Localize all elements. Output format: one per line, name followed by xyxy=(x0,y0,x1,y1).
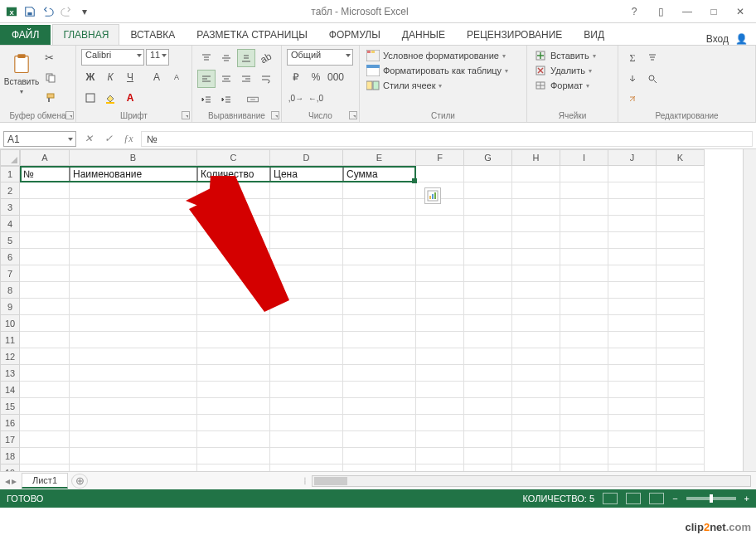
cell[interactable] xyxy=(20,365,70,382)
cell[interactable] xyxy=(464,199,512,216)
cell[interactable] xyxy=(343,199,416,216)
cell[interactable] xyxy=(197,382,270,398)
row-header[interactable]: 18 xyxy=(0,448,20,464)
insert-cells-button[interactable]: Вставить▾ xyxy=(532,49,598,62)
cell[interactable] xyxy=(20,199,70,216)
cell[interactable] xyxy=(343,332,416,348)
conditional-formatting-button[interactable]: Условное форматирование▾ xyxy=(365,49,510,62)
bold-button[interactable]: Ж xyxy=(81,68,99,86)
clipboard-dialog-launcher[interactable] xyxy=(65,111,74,119)
cell[interactable] xyxy=(608,232,657,249)
cell[interactable] xyxy=(343,464,416,471)
tab-data[interactable]: ДАННЫЕ xyxy=(391,24,456,45)
sheet-nav[interactable]: ◂▸ xyxy=(0,475,22,487)
cell[interactable] xyxy=(416,315,464,332)
cell[interactable] xyxy=(464,315,512,332)
minimize-icon[interactable]: — xyxy=(680,6,695,17)
cell[interactable] xyxy=(512,398,560,415)
tab-review[interactable]: РЕЦЕНЗИРОВАНИЕ xyxy=(456,24,573,45)
tab-insert[interactable]: ВСТАВКА xyxy=(119,24,186,45)
cell[interactable] xyxy=(343,448,416,464)
cell[interactable] xyxy=(197,232,270,249)
cell[interactable] xyxy=(657,448,705,464)
cell[interactable] xyxy=(343,431,416,448)
cell[interactable] xyxy=(657,315,705,332)
cell[interactable] xyxy=(464,282,512,299)
sign-in-link[interactable]: Вход xyxy=(706,33,729,45)
cell[interactable] xyxy=(512,431,560,448)
cell[interactable] xyxy=(20,448,70,464)
column-header[interactable]: B xyxy=(70,149,197,166)
cell[interactable] xyxy=(270,415,343,431)
cell[interactable] xyxy=(20,398,70,415)
cell[interactable] xyxy=(657,464,705,471)
row-header[interactable]: 14 xyxy=(0,382,20,398)
cell[interactable] xyxy=(70,315,197,332)
comma-style-button[interactable]: 000 xyxy=(327,68,345,86)
cell[interactable] xyxy=(657,299,705,315)
cell[interactable] xyxy=(657,282,705,299)
cell[interactable]: Количество xyxy=(197,166,270,182)
cell[interactable] xyxy=(270,199,343,216)
cell[interactable] xyxy=(197,332,270,348)
cell[interactable] xyxy=(416,232,464,249)
qat-customize-dropdown[interactable]: ▾ xyxy=(76,3,93,20)
column-header[interactable]: F xyxy=(416,149,464,166)
cell[interactable] xyxy=(343,216,416,232)
cell[interactable] xyxy=(560,382,608,398)
cell[interactable] xyxy=(512,348,560,365)
column-header[interactable]: G xyxy=(464,149,512,166)
user-icon[interactable]: 👤 xyxy=(735,33,748,45)
cell[interactable] xyxy=(464,448,512,464)
row-header[interactable]: 10 xyxy=(0,315,20,332)
cell[interactable] xyxy=(197,216,270,232)
cell[interactable] xyxy=(20,382,70,398)
new-sheet-button[interactable]: ⊕ xyxy=(71,474,88,489)
row-header[interactable]: 13 xyxy=(0,365,20,382)
cell[interactable] xyxy=(20,182,70,199)
zoom-out-icon[interactable]: − xyxy=(672,494,677,503)
cell[interactable] xyxy=(512,448,560,464)
align-top-icon[interactable] xyxy=(197,49,216,67)
cancel-formula-icon[interactable]: ✕ xyxy=(80,131,98,148)
cell[interactable] xyxy=(20,415,70,431)
align-middle-icon[interactable] xyxy=(217,49,235,67)
cell[interactable] xyxy=(560,365,608,382)
cell[interactable]: Сумма xyxy=(343,166,416,182)
cell[interactable] xyxy=(560,182,608,199)
decrease-decimal-button[interactable]: ←,0 xyxy=(307,89,325,107)
cell[interactable] xyxy=(512,464,560,471)
cell[interactable] xyxy=(416,299,464,315)
cell[interactable] xyxy=(608,265,657,282)
cell[interactable] xyxy=(20,232,70,249)
align-right-icon[interactable] xyxy=(237,70,255,88)
row-header[interactable]: 6 xyxy=(0,249,20,265)
cell[interactable]: Цена xyxy=(270,166,343,182)
cell[interactable] xyxy=(512,182,560,199)
cell[interactable] xyxy=(343,382,416,398)
cell[interactable] xyxy=(70,232,197,249)
underline-button[interactable]: Ч xyxy=(121,68,139,86)
zoom-in-icon[interactable]: + xyxy=(744,494,749,503)
close-icon[interactable]: ✕ xyxy=(733,6,748,17)
cell[interactable] xyxy=(270,464,343,471)
cell[interactable] xyxy=(560,464,608,471)
cell[interactable] xyxy=(512,332,560,348)
cell[interactable] xyxy=(608,348,657,365)
cell[interactable] xyxy=(464,166,512,182)
cell[interactable] xyxy=(464,249,512,265)
quick-analysis-icon[interactable] xyxy=(424,187,441,204)
cell[interactable] xyxy=(560,315,608,332)
shrink-font-button[interactable]: A xyxy=(167,68,186,86)
increase-decimal-button[interactable]: ,0→ xyxy=(287,89,305,107)
cell[interactable] xyxy=(560,166,608,182)
cell[interactable] xyxy=(416,348,464,365)
cell[interactable] xyxy=(197,182,270,199)
cell[interactable] xyxy=(197,315,270,332)
cell[interactable] xyxy=(270,182,343,199)
cell[interactable] xyxy=(608,448,657,464)
fill-color-button[interactable] xyxy=(101,89,119,107)
cell[interactable] xyxy=(464,431,512,448)
cell[interactable] xyxy=(20,464,70,471)
cell[interactable] xyxy=(70,299,197,315)
